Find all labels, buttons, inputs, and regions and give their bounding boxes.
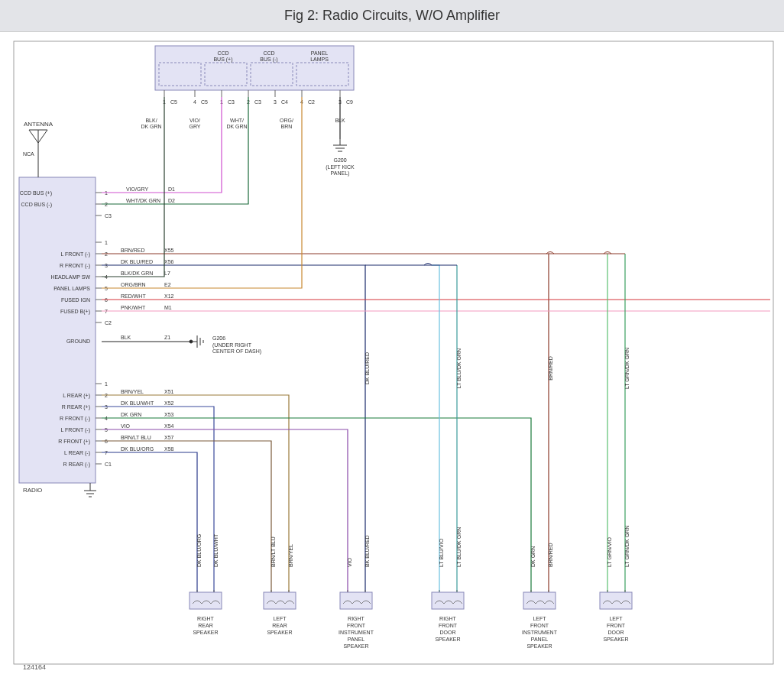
svg-text:INSTRUMENT: INSTRUMENT [339,630,374,635]
svg-text:LEFT: LEFT [533,616,546,621]
svg-text:1: 1 [105,240,108,245]
svg-text:FUSED B(+): FUSED B(+) [60,309,90,315]
svg-text:SPEAKER: SPEAKER [267,630,292,635]
svg-text:L REAR (+): L REAR (+) [63,393,90,399]
svg-text:INSTRUMENT: INSTRUMENT [522,630,558,635]
svg-text:RIGHT: RIGHT [197,616,215,621]
svg-text:ANTENNA: ANTENNA [24,121,53,128]
svg-text:LT GRN/DK GRN: LT GRN/DK GRN [624,348,630,389]
svg-text:DK GRN: DK GRN [141,124,161,129]
svg-text:X54: X54 [164,423,174,429]
svg-text:C3: C3 [105,213,112,219]
svg-text:R REAR (+): R REAR (+) [62,404,90,410]
svg-text:VIO: VIO [121,423,131,429]
svg-text:FRONT: FRONT [347,623,366,628]
svg-text:SPEAKER: SPEAKER [435,637,460,642]
footer-id: 124164 [23,663,46,671]
svg-text:E2: E2 [164,282,171,287]
svg-text:PANEL: PANEL [348,637,365,642]
svg-text:CCD BUS (-): CCD BUS (-) [21,202,52,208]
svg-text:GRY: GRY [189,124,200,129]
svg-text:BRN/YEL: BRN/YEL [288,544,293,567]
svg-text:3: 3 [274,99,277,105]
svg-text:DK BLU/WHT: DK BLU/WHT [213,533,219,567]
svg-text:BUS (-): BUS (-) [260,57,277,63]
svg-text:DK GRN: DK GRN [226,124,247,129]
top-connector-label-ccd-plus: CCD [217,50,228,56]
wiring-diagram: CCD BUS (+) CCD BUS (-) PANEL LAMPS 1C5 … [0,32,784,674]
svg-text:C5: C5 [201,99,208,105]
svg-text:BRN: BRN [281,124,293,129]
ground-g200 [333,139,347,151]
svg-text:VIO/: VIO/ [190,118,200,123]
svg-text:R FRONT (-): R FRONT (-) [60,416,90,422]
svg-text:BRN/YEL: BRN/YEL [121,389,144,394]
svg-text:X52: X52 [164,400,174,406]
svg-text:G206: G206 [212,335,225,341]
svg-text:DK GRN: DK GRN [121,412,141,417]
svg-text:DK GRN: DK GRN [530,546,536,567]
svg-text:SPEAKER: SPEAKER [603,637,628,642]
svg-text:DK BLU/RED: DK BLU/RED [121,259,153,264]
svg-text:DK BLU/RED: DK BLU/RED [364,352,370,384]
svg-text:RIGHT: RIGHT [439,616,457,621]
svg-text:R REAR (-): R REAR (-) [63,462,90,468]
svg-text:BRN/LT BLU: BRN/LT BLU [121,435,151,440]
svg-text:VIO/GRY: VIO/GRY [126,186,148,192]
svg-text:G200: G200 [333,157,346,163]
svg-text:BLK/DK GRN: BLK/DK GRN [121,271,153,276]
svg-text:LT BLU/DK GRN: LT BLU/DK GRN [456,527,462,567]
svg-text:D1: D1 [168,186,175,192]
svg-text:WHT/DK GRN: WHT/DK GRN [126,198,160,203]
svg-text:X58: X58 [164,446,174,452]
svg-text:R FRONT (+): R FRONT (+) [58,439,90,445]
svg-text:(UNDER RIGHT: (UNDER RIGHT [212,342,252,348]
svg-text:BRN/RED: BRN/RED [548,356,553,381]
svg-text:X55: X55 [164,248,174,253]
svg-text:RED/WHT: RED/WHT [121,293,146,299]
svg-text:FRONT: FRONT [439,623,458,628]
svg-text:4: 4 [193,99,196,105]
svg-text:WHT/: WHT/ [230,118,244,123]
page-title: Fig 2: Radio Circuits, W/O Amplifier [0,0,784,32]
svg-text:C4: C4 [281,99,288,105]
svg-text:LAMPS: LAMPS [310,57,329,62]
svg-text:BK BLU/RED: BK BLU/RED [364,535,370,567]
svg-text:LT BLU/VIO: LT BLU/VIO [439,538,444,567]
svg-text:ORG/: ORG/ [280,118,293,123]
svg-text:LT BLU/DK GRN: LT BLU/DK GRN [456,348,462,388]
svg-rect-0 [14,41,773,664]
svg-text:RIGHT: RIGHT [348,616,365,621]
svg-text:DOOR: DOOR [440,630,456,635]
svg-text:PNK/WHT: PNK/WHT [121,305,146,310]
svg-text:DOOR: DOOR [608,630,624,635]
svg-text:D2: D2 [168,198,175,203]
svg-text:CENTER OF DASH): CENTER OF DASH) [212,348,261,355]
svg-text:GROUND: GROUND [66,339,90,344]
svg-text:BLK/: BLK/ [145,118,157,123]
svg-text:LT GRN/DK GRN: LT GRN/DK GRN [624,526,630,567]
svg-text:BRN/RED: BRN/RED [548,543,553,567]
svg-text:BRN/LT BLU: BRN/LT BLU [271,536,276,567]
svg-text:DK BLU/ORG: DK BLU/ORG [121,446,154,452]
svg-text:Z1: Z1 [164,335,170,340]
top-connector-block: CCD BUS (+) CCD BUS (-) PANEL LAMPS 1C5 … [155,46,354,105]
svg-text:X56: X56 [164,259,174,264]
svg-text:C5: C5 [170,99,177,105]
svg-text:M1: M1 [164,305,172,310]
svg-text:REAR: REAR [272,623,287,628]
svg-text:FUSED IGN: FUSED IGN [61,297,90,303]
svg-text:L FRONT (-): L FRONT (-) [61,427,91,433]
svg-text:C9: C9 [346,99,353,105]
svg-text:X51: X51 [164,389,174,394]
svg-text:1: 1 [105,381,108,387]
svg-text:C3: C3 [228,99,235,105]
svg-text:PANEL: PANEL [531,637,549,642]
svg-text:R FRONT (-): R FRONT (-) [60,263,90,269]
svg-text:SPEAKER: SPEAKER [526,643,552,649]
svg-text:LEFT: LEFT [609,616,623,621]
svg-text:LT GRN/VIO: LT GRN/VIO [607,536,612,567]
svg-text:PANEL LAMPS: PANEL LAMPS [53,286,90,291]
speakers-row: DK BLU/ORG DK BLU/WHT RIGHT REAR SPEAKER… [190,526,632,649]
svg-text:CCD BUS (+): CCD BUS (+) [20,190,52,196]
